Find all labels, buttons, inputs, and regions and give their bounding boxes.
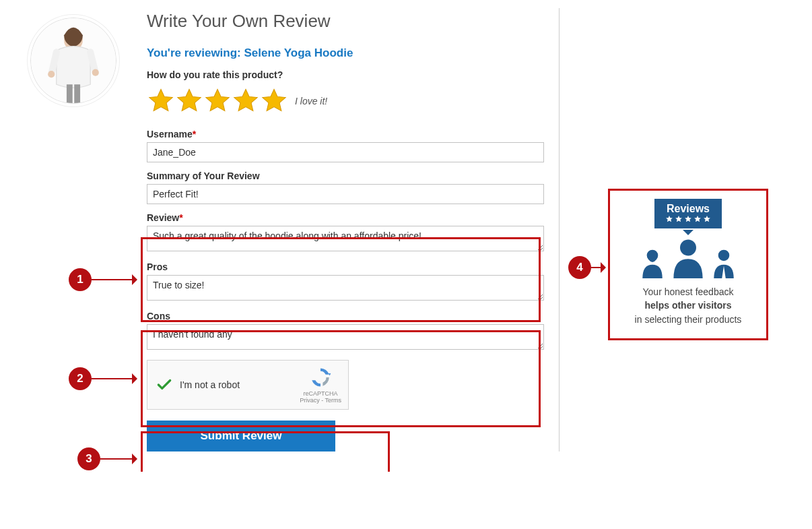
reviews-bubble-title: Reviews <box>665 203 711 215</box>
product-name: Selene Yoga Hoodie <box>244 46 353 59</box>
svg-rect-3 <box>74 84 80 103</box>
reviews-bubble: Reviews <box>654 199 722 228</box>
rating-text: I love it! <box>295 96 327 106</box>
reviewing-prefix: You're reviewing: <box>147 46 244 59</box>
recaptcha-branding: reCAPTCHA Privacy - Terms <box>300 366 341 404</box>
recaptcha-terms-link[interactable]: Terms <box>325 397 342 404</box>
rate-question: How do you rate this product? <box>147 69 544 80</box>
svg-point-9 <box>718 250 730 261</box>
pros-input[interactable]: True to size! <box>147 275 544 301</box>
promo-line3: in selecting their products <box>635 314 742 325</box>
review-form: Write Your Own Review You're reviewing: … <box>147 8 544 452</box>
promo-text: Your honest feedback helps other visitor… <box>617 285 759 326</box>
person-icon <box>670 238 706 278</box>
product-image <box>30 18 116 104</box>
review-label: Review* <box>147 212 544 223</box>
svg-point-5 <box>92 69 99 76</box>
field-summary: Summary of Your Review <box>147 170 544 204</box>
svg-rect-2 <box>67 84 73 103</box>
review-input[interactable]: Such a great quality of the hoodie along… <box>147 226 544 251</box>
star-3[interactable] <box>203 87 232 115</box>
submit-review-button[interactable]: Submit Review <box>147 421 335 452</box>
people-icon-row <box>617 238 759 278</box>
field-pros: Pros True to size! <box>147 261 544 303</box>
person-icon <box>710 247 737 278</box>
pros-label: Pros <box>147 261 544 272</box>
promo-line2: helps other visitors <box>644 300 731 311</box>
promo-line1: Your honest feedback <box>643 286 734 297</box>
field-cons: Cons I haven't found any <box>147 311 544 352</box>
star-rating[interactable]: I love it! <box>147 87 544 115</box>
summary-label: Summary of Your Review <box>147 170 544 181</box>
recaptcha-icon <box>309 366 332 389</box>
recaptcha-label: I'm not a robot <box>180 379 240 390</box>
person-icon <box>639 247 666 278</box>
reviewing-line: You're reviewing: Selene Yoga Hoodie <box>147 46 544 60</box>
summary-input[interactable] <box>147 184 544 204</box>
promo-card: Reviews Your honest feedback <box>608 189 768 340</box>
person-illustration <box>31 18 116 103</box>
field-username: Username* <box>147 129 544 162</box>
mini-stars <box>665 215 711 223</box>
recaptcha-brand: reCAPTCHA <box>300 390 341 397</box>
recaptcha-privacy-link[interactable]: Privacy <box>300 397 320 404</box>
star-5[interactable] <box>260 87 288 115</box>
recaptcha[interactable]: I'm not a robot reCAPTCHA Privacy - Term… <box>147 360 349 410</box>
svg-point-8 <box>680 239 696 255</box>
cons-label: Cons <box>147 311 544 321</box>
star-1[interactable] <box>147 87 175 115</box>
star-2[interactable] <box>175 87 203 115</box>
username-label: Username* <box>147 129 544 139</box>
star-4[interactable] <box>232 87 260 115</box>
svg-point-4 <box>48 71 55 77</box>
page-title: Write Your Own Review <box>147 11 544 32</box>
username-input[interactable] <box>147 142 544 162</box>
cons-input[interactable]: I haven't found any <box>147 324 544 350</box>
field-review: Review* Such a great quality of the hood… <box>147 212 544 253</box>
check-icon <box>156 376 173 394</box>
